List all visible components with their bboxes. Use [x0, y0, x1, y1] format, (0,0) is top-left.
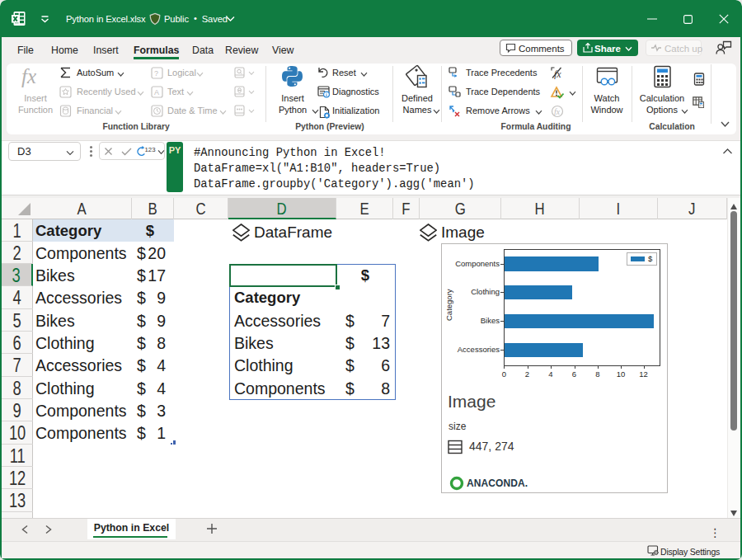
- svg-text:fx: fx: [554, 107, 561, 116]
- svg-text:fx: fx: [21, 65, 36, 87]
- svg-text:fx: fx: [554, 68, 561, 80]
- svg-text:?: ?: [154, 69, 158, 78]
- svg-text:A: A: [154, 88, 159, 96]
- svg-text:123: 123: [145, 146, 156, 153]
